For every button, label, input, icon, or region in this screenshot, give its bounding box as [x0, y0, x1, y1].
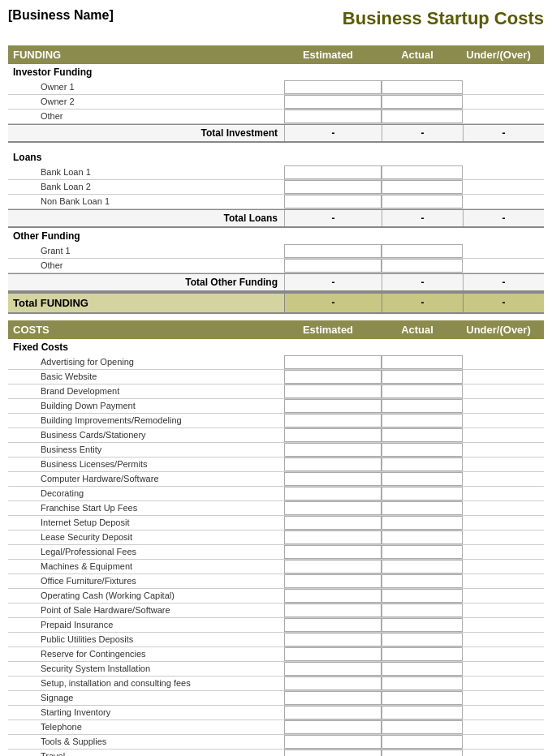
- fixed-cost-est-12[interactable]: [284, 530, 382, 544]
- fixed-cost-act-21[interactable]: [382, 662, 463, 676]
- fixed-cost-est-2[interactable]: [284, 384, 382, 398]
- fixed-cost-est-17[interactable]: [284, 604, 382, 617]
- fixed-cost-est-20[interactable]: [284, 647, 382, 661]
- fixed-cost-label-9: Decorating: [8, 487, 284, 500]
- grant1-estimated[interactable]: [284, 244, 382, 258]
- fixed-cost-act-10[interactable]: [382, 501, 463, 515]
- fixed-cost-act-0[interactable]: [382, 355, 463, 369]
- table-row: Tools & Supplies: [8, 735, 544, 750]
- table-row: Building Improvements/Remodeling: [8, 414, 544, 428]
- fixed-cost-est-11[interactable]: [284, 516, 382, 530]
- owner1-estimated[interactable]: [284, 80, 382, 94]
- fixed-cost-uo-25: [463, 720, 544, 734]
- fixed-cost-est-15[interactable]: [284, 574, 382, 588]
- fixed-cost-est-25[interactable]: [284, 720, 382, 734]
- fixed-cost-act-24[interactable]: [382, 706, 463, 719]
- fixed-cost-est-24[interactable]: [284, 706, 382, 719]
- fixed-cost-est-19[interactable]: [284, 633, 382, 646]
- other-funding-label: Other Funding: [8, 228, 544, 244]
- grand-total-funding-row: Total FUNDING - - -: [8, 292, 544, 314]
- fixed-cost-act-15[interactable]: [382, 574, 463, 588]
- owner2-estimated[interactable]: [284, 95, 382, 109]
- fixed-cost-act-3[interactable]: [382, 399, 463, 413]
- fixed-cost-act-7[interactable]: [382, 457, 463, 471]
- fixed-cost-act-19[interactable]: [382, 633, 463, 646]
- investor-other-actual[interactable]: [382, 110, 463, 123]
- other-funding-other-estimated[interactable]: [284, 259, 382, 273]
- fixed-cost-est-7[interactable]: [284, 457, 382, 471]
- fixed-cost-act-8[interactable]: [382, 472, 463, 486]
- fixed-cost-est-10[interactable]: [284, 501, 382, 515]
- fixed-cost-act-26[interactable]: [382, 735, 463, 749]
- fixed-cost-act-20[interactable]: [382, 647, 463, 661]
- fixed-cost-act-11[interactable]: [382, 516, 463, 530]
- table-row: Basic Website: [8, 370, 544, 384]
- non-bank-loan1-actual[interactable]: [382, 195, 463, 208]
- investor-other-estimated[interactable]: [284, 110, 382, 123]
- fixed-cost-est-8[interactable]: [284, 472, 382, 486]
- fixed-cost-act-6[interactable]: [382, 443, 463, 457]
- bank-loan1-estimated[interactable]: [284, 165, 382, 179]
- table-row: Setup, installation and consulting fees: [8, 677, 544, 691]
- fixed-cost-uo-22: [463, 677, 544, 690]
- table-row: Building Down Payment: [8, 399, 544, 414]
- fixed-cost-est-0[interactable]: [284, 355, 382, 369]
- fixed-cost-uo-6: [463, 443, 544, 457]
- fixed-cost-act-9[interactable]: [382, 487, 463, 500]
- fixed-cost-est-18[interactable]: [284, 618, 382, 632]
- table-row: Other: [8, 259, 544, 273]
- bank-loan2-actual[interactable]: [382, 180, 463, 194]
- table-row: Computer Hardware/Software: [8, 472, 544, 487]
- fixed-cost-label-23: Signage: [8, 691, 284, 705]
- fixed-cost-act-13[interactable]: [382, 545, 463, 559]
- fixed-cost-act-18[interactable]: [382, 618, 463, 632]
- fixed-cost-est-22[interactable]: [284, 677, 382, 690]
- total-investment-est: -: [284, 125, 382, 141]
- fixed-cost-est-26[interactable]: [284, 735, 382, 749]
- fixed-cost-est-5[interactable]: [284, 428, 382, 442]
- fixed-cost-act-17[interactable]: [382, 604, 463, 617]
- fixed-cost-est-14[interactable]: [284, 560, 382, 573]
- fixed-cost-act-16[interactable]: [382, 589, 463, 603]
- fixed-cost-uo-21: [463, 662, 544, 676]
- fixed-cost-est-6[interactable]: [284, 443, 382, 457]
- fixed-cost-uo-19: [463, 633, 544, 646]
- fixed-cost-est-27[interactable]: [284, 750, 382, 756]
- fixed-cost-act-25[interactable]: [382, 720, 463, 734]
- total-investment-act: -: [382, 125, 463, 141]
- fixed-cost-act-27[interactable]: [382, 750, 463, 756]
- total-loans-est: -: [284, 210, 382, 226]
- bank-loan2-estimated[interactable]: [284, 180, 382, 194]
- fixed-cost-est-9[interactable]: [284, 487, 382, 500]
- grant1-actual[interactable]: [382, 244, 463, 258]
- fixed-cost-est-16[interactable]: [284, 589, 382, 603]
- grand-total-funding-uo: -: [463, 294, 544, 312]
- non-bank-loan1-estimated[interactable]: [284, 195, 382, 208]
- fixed-cost-act-22[interactable]: [382, 677, 463, 690]
- fixed-cost-act-5[interactable]: [382, 428, 463, 442]
- fixed-cost-est-23[interactable]: [284, 691, 382, 705]
- fixed-cost-act-23[interactable]: [382, 691, 463, 705]
- total-investment-row: Total Investment - - -: [8, 124, 544, 143]
- costs-section-header: COSTS Estimated Actual Under/(Over): [8, 320, 544, 339]
- fixed-cost-act-4[interactable]: [382, 414, 463, 427]
- total-investment-uo: -: [463, 125, 544, 141]
- fixed-cost-act-1[interactable]: [382, 370, 463, 384]
- fixed-cost-est-13[interactable]: [284, 545, 382, 559]
- fixed-cost-act-14[interactable]: [382, 560, 463, 573]
- total-other-funding-act: -: [382, 274, 463, 290]
- fixed-cost-est-1[interactable]: [284, 370, 382, 384]
- other-funding-other-actual[interactable]: [382, 259, 463, 273]
- bank-loan1-actual[interactable]: [382, 165, 463, 179]
- other-funding-other-label: Other: [8, 259, 284, 273]
- grand-total-funding-est: -: [284, 294, 382, 312]
- fixed-cost-est-3[interactable]: [284, 399, 382, 413]
- fixed-cost-est-21[interactable]: [284, 662, 382, 676]
- table-row: Prepaid Insurance: [8, 618, 544, 633]
- owner2-actual[interactable]: [382, 95, 463, 109]
- owner1-actual[interactable]: [382, 80, 463, 94]
- fixed-cost-est-4[interactable]: [284, 414, 382, 427]
- total-other-funding-row: Total Other Funding - - -: [8, 273, 544, 292]
- fixed-cost-act-12[interactable]: [382, 530, 463, 544]
- fixed-cost-act-2[interactable]: [382, 384, 463, 398]
